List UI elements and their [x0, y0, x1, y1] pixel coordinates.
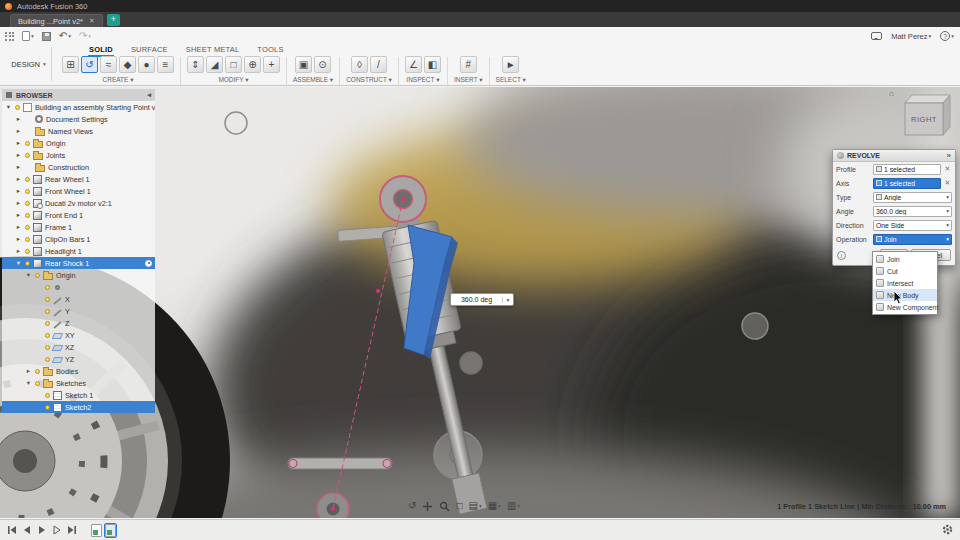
new-tab-button[interactable]: + — [107, 14, 120, 26]
browser-item-sketch2[interactable]: Sketch2 — [2, 401, 155, 413]
home-view-icon[interactable]: ⌂ — [889, 89, 894, 98]
insert-mesh-icon[interactable]: # — [460, 56, 477, 73]
activate-component-radio[interactable] — [145, 260, 152, 267]
inspect-section-icon[interactable]: ◧ — [424, 56, 441, 73]
visibility-bulb-icon[interactable] — [35, 273, 40, 278]
browser-item-xy[interactable]: XY — [2, 329, 155, 341]
browser-item-sketches[interactable]: ▾Sketches — [2, 377, 155, 389]
construct-axis-icon[interactable]: / — [370, 56, 387, 73]
visibility-bulb-icon[interactable] — [25, 213, 30, 218]
expand-arrow-icon[interactable]: ▸ — [15, 115, 22, 123]
browser-item-document-settings[interactable]: ▸Document Settings — [2, 113, 155, 125]
expand-arrow-icon[interactable]: ▸ — [15, 199, 22, 207]
create-pattern-icon[interactable]: ≡ — [157, 56, 174, 73]
visibility-bulb-icon[interactable] — [45, 333, 50, 338]
play-button[interactable] — [36, 525, 47, 536]
visibility-bulb-icon[interactable] — [45, 285, 50, 290]
construct-plane-icon[interactable]: ◊ — [351, 56, 368, 73]
ribbon-tab-solid[interactable]: SOLID — [88, 43, 114, 57]
browser-item-yz[interactable]: YZ — [2, 353, 155, 365]
visibility-bulb-icon[interactable] — [45, 297, 50, 302]
visibility-bulb-icon[interactable] — [25, 189, 30, 194]
browser-item-rear-wheel-1[interactable]: ▸Rear Wheel 1 — [2, 173, 155, 185]
pan-button[interactable] — [422, 501, 433, 512]
browser-item-ducati-2v-motor-v2-1[interactable]: ▸Ducati 2v motor v2:1 — [2, 197, 155, 209]
operation-option-cut[interactable]: Cut — [873, 265, 937, 277]
browser-item-sketch-1[interactable]: Sketch 1 — [2, 389, 155, 401]
expand-arrow-icon[interactable]: ▾ — [5, 103, 12, 111]
sketch-circle[interactable] — [225, 112, 247, 134]
modify-shell-icon[interactable]: □ — [225, 56, 242, 73]
operation-option-new-body[interactable]: New Body — [873, 289, 937, 301]
visibility-bulb-icon[interactable] — [45, 321, 50, 326]
fit-button[interactable]: □ — [456, 500, 462, 512]
expand-arrow-icon[interactable]: ▸ — [15, 235, 22, 243]
expand-arrow-icon[interactable]: ▸ — [15, 175, 22, 183]
help-menu[interactable]: ? ▾ — [940, 31, 954, 41]
visibility-bulb-icon[interactable] — [25, 201, 30, 206]
angle-input[interactable]: 360.0 deg ▾ — [873, 206, 952, 217]
user-account-menu[interactable]: Matt Perez ▾ — [891, 32, 931, 41]
expand-arrow-icon[interactable]: ▸ — [15, 151, 22, 159]
browser-item-bodies[interactable]: ▸Bodies — [2, 365, 155, 377]
app-grid-icon[interactable] — [5, 32, 14, 41]
browser-item-rear-shock-1[interactable]: ▾Rear Shock 1 — [2, 257, 155, 269]
expand-arrow-icon[interactable]: ▸ — [15, 163, 22, 171]
browser-item-origin[interactable]: ▸Origin — [2, 137, 155, 149]
display-settings-button[interactable]: ▤ ▾ — [468, 500, 481, 512]
visibility-bulb-icon[interactable] — [45, 357, 50, 362]
browser-item-headlight-1[interactable]: ▸Headlight 1 — [2, 245, 155, 257]
visibility-bulb-icon[interactable] — [25, 141, 30, 146]
direction-select[interactable]: One Side ▾ — [873, 220, 952, 231]
visibility-bulb-icon[interactable] — [45, 393, 50, 398]
step-back-button[interactable] — [21, 525, 32, 536]
operation-option-intersect[interactable]: Intersect — [873, 277, 937, 289]
type-select[interactable]: Angle ▾ — [873, 192, 952, 203]
angle-value-field[interactable]: 360.0 deg — [451, 296, 502, 303]
expand-arrow-icon[interactable]: ▸ — [15, 139, 22, 147]
grid-settings-button[interactable]: ▦ ▾ — [488, 500, 501, 512]
workspace-switcher[interactable]: DESIGN ▾ — [6, 47, 52, 81]
create-loft-icon[interactable]: ◆ — [119, 56, 136, 73]
step-forward-button[interactable] — [51, 525, 62, 536]
visibility-bulb-icon[interactable] — [45, 345, 50, 350]
browser-item-construction[interactable]: ▸Construction — [2, 161, 155, 173]
visibility-bulb-icon[interactable] — [45, 405, 50, 410]
file-menu-button[interactable]: ▾ — [22, 31, 34, 41]
axis-selection-chip[interactable]: 1 selected — [873, 178, 941, 189]
browser-item-frame-1[interactable]: ▸Frame 1 — [2, 221, 155, 233]
browser-item-y[interactable]: Y — [2, 305, 155, 317]
redo-button[interactable]: ↷ ▾ — [79, 31, 91, 41]
expand-arrow-icon[interactable]: ▾ — [25, 379, 32, 387]
browser-item-joints[interactable]: ▸Joints — [2, 149, 155, 161]
viewports-button[interactable]: ▥ ▾ — [507, 500, 520, 512]
sketch-circle[interactable] — [742, 313, 768, 339]
timeline-settings-button[interactable] — [942, 521, 960, 539]
collapse-panel-icon[interactable]: ◂ — [147, 91, 151, 99]
skip-to-end-button[interactable] — [66, 525, 77, 536]
ribbon-group-label-inspect[interactable]: INSPECT ▾ — [406, 76, 439, 84]
viewport-3d[interactable]: BROWSER ◂ ▾Building an assembly Starting… — [0, 87, 960, 518]
browser-item-x[interactable]: X — [2, 293, 155, 305]
timeline-item-sketch2[interactable] — [105, 524, 116, 537]
modify-fillet-icon[interactable]: ◢ — [206, 56, 223, 73]
ribbon-tab-sheet-metal[interactable]: SHEET METAL — [185, 43, 241, 57]
visibility-bulb-icon[interactable] — [25, 177, 30, 182]
view-cube[interactable]: RIGHT ⌂ — [893, 91, 955, 145]
operation-option-new-component[interactable]: New Component — [873, 301, 937, 313]
visibility-bulb-icon[interactable] — [25, 237, 30, 242]
orbit-button[interactable]: ↺ — [408, 500, 416, 512]
browser-item-xz[interactable]: XZ — [2, 341, 155, 353]
expand-arrow-icon[interactable]: ▸ — [15, 223, 22, 231]
skip-to-start-button[interactable] — [6, 525, 17, 536]
visibility-bulb-icon[interactable] — [45, 309, 50, 314]
sketch-circle[interactable] — [460, 352, 482, 374]
visibility-bulb-icon[interactable] — [15, 105, 20, 110]
ribbon-group-label-assemble[interactable]: ASSEMBLE ▾ — [293, 76, 333, 84]
timeline-item-sketch1[interactable] — [91, 524, 102, 537]
browser-item-front-end-1[interactable]: ▸Front End 1 — [2, 209, 155, 221]
browser-panel-header[interactable]: BROWSER ◂ — [2, 89, 155, 101]
shock-cross-pin[interactable] — [288, 458, 392, 469]
info-icon[interactable]: i — [837, 251, 846, 260]
view-cube-face-label[interactable]: RIGHT — [905, 103, 943, 135]
